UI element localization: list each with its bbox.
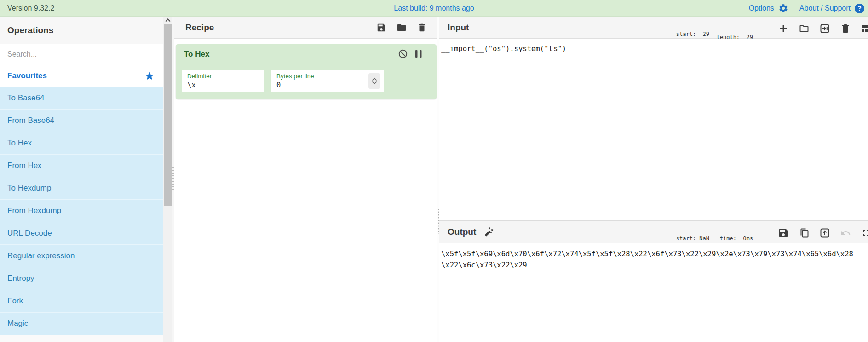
- recipe-title: Recipe: [185, 17, 214, 39]
- scrollbar-up-arrow-icon[interactable]: [163, 17, 172, 24]
- favourites-row[interactable]: Favourites: [0, 64, 163, 87]
- operation-item-label: Fork: [7, 296, 23, 306]
- clear-input-trash-icon[interactable]: [840, 23, 851, 34]
- input-header-icons: [778, 23, 868, 34]
- operation-item-label: From Hex: [7, 161, 42, 170]
- operation-item-entropy[interactable]: Entropy: [0, 267, 163, 290]
- operation-item-label: URL Decode: [7, 229, 52, 238]
- stat-time: time: 0ms: [713, 236, 753, 242]
- help-icon[interactable]: ?: [855, 4, 864, 13]
- operation-item-label: Regular expression: [7, 251, 75, 261]
- bytes-per-line-label: Bytes per line: [276, 73, 314, 80]
- operations-sidebar: Operations Favourites To Base64 From Bas…: [0, 17, 163, 342]
- bytes-per-line-field[interactable]: Bytes per line 0: [271, 70, 384, 92]
- delimiter-field[interactable]: Delimiter \x: [182, 70, 264, 92]
- output-textarea: \x5f\x5f\x69\x6d\x70\x6f\x72\x74\x5f\x5f…: [439, 243, 868, 342]
- input-text-after-cursor: s"): [553, 45, 566, 53]
- undo-icon: [840, 227, 851, 238]
- maximize-output-icon[interactable]: [861, 227, 868, 238]
- open-input-icon[interactable]: [819, 23, 830, 34]
- gear-icon[interactable]: [778, 3, 788, 13]
- favourites-label: Favourites: [7, 71, 144, 81]
- bytes-per-line-value[interactable]: 0: [276, 81, 281, 89]
- clear-recipe-trash-icon[interactable]: [417, 23, 427, 33]
- operation-name: To Hex: [184, 50, 209, 59]
- operation-item-to-base64[interactable]: To Base64: [0, 87, 163, 110]
- load-recipe-folder-icon[interactable]: [397, 23, 407, 33]
- operation-item-magic[interactable]: Magic: [0, 313, 163, 335]
- input-text-before-cursor: __import__("os").system("l: [441, 45, 553, 53]
- search-input[interactable]: [0, 44, 163, 64]
- output-title-wrap: Output: [448, 221, 494, 243]
- output-title: Output: [448, 227, 476, 237]
- breakpoint-pause-icon[interactable]: [414, 49, 425, 59]
- save-recipe-icon[interactable]: [376, 23, 386, 33]
- operation-item-regular-expression[interactable]: Regular expression: [0, 245, 163, 267]
- about-support-link[interactable]: About / Support: [799, 4, 851, 12]
- stat-start: start: 29: [673, 31, 709, 38]
- recipe-panel: Recipe To Hex Delimiter \x: [174, 17, 437, 342]
- stat-start: start: NaN: [673, 236, 709, 242]
- operation-item-label: Entropy: [7, 274, 34, 283]
- magic-wand-icon[interactable]: [483, 226, 494, 238]
- tab-layout-icon[interactable]: [861, 23, 868, 34]
- operation-item-label: Magic: [7, 319, 28, 328]
- input-title: Input: [448, 17, 469, 39]
- add-input-tab-icon[interactable]: [778, 23, 789, 34]
- star-icon[interactable]: [144, 71, 155, 81]
- recipe-header: Recipe: [174, 17, 437, 39]
- last-build-label: Last build: 9 months ago: [0, 0, 868, 17]
- disable-operation-icon[interactable]: [398, 49, 408, 59]
- delimiter-value[interactable]: \x: [187, 81, 196, 89]
- operations-header: Operations: [0, 17, 163, 44]
- input-textarea[interactable]: __import__("os").system("ls"): [439, 39, 868, 220]
- operation-item-label: From Base64: [7, 116, 54, 125]
- operation-item-from-hex[interactable]: From Hex: [0, 155, 163, 177]
- operation-item-from-hexdump[interactable]: From Hexdump: [0, 200, 163, 222]
- sidebar-scrollbar[interactable]: [163, 17, 172, 342]
- operations-list: To Base64 From Base64 To Hex From Hex To…: [0, 87, 163, 335]
- open-file-folder-icon[interactable]: [799, 23, 810, 34]
- operation-item-to-hexdump[interactable]: To Hexdump: [0, 177, 163, 200]
- operation-item-label: To Hex: [7, 139, 32, 148]
- output-header-icons: [778, 227, 868, 238]
- operation-item-fork[interactable]: Fork: [0, 290, 163, 313]
- operation-item-label: From Hexdump: [7, 206, 61, 215]
- topbar-right-links: Options About / Support ?: [749, 0, 864, 17]
- number-stepper[interactable]: [368, 73, 380, 89]
- recipe-operation-to-hex[interactable]: To Hex Delimiter \x Bytes per line 0: [176, 44, 437, 99]
- operations-title: Operations: [7, 17, 53, 44]
- replace-input-icon[interactable]: [819, 227, 830, 238]
- operation-item-from-base64[interactable]: From Base64: [0, 110, 163, 132]
- operation-item-to-hex[interactable]: To Hex: [0, 132, 163, 155]
- operation-item-label: To Base64: [7, 93, 44, 103]
- options-link[interactable]: Options: [749, 4, 774, 12]
- copy-output-icon[interactable]: [799, 227, 810, 238]
- top-banner: Version 9.32.2 Last build: 9 months ago …: [0, 0, 868, 17]
- search-row: [0, 44, 163, 64]
- save-output-icon[interactable]: [778, 227, 789, 238]
- operation-item-label: To Hexdump: [7, 184, 51, 193]
- delimiter-label: Delimiter: [187, 73, 212, 80]
- scrollbar-thumb[interactable]: [164, 24, 172, 206]
- operation-item-url-decode[interactable]: URL Decode: [0, 222, 163, 245]
- recipe-header-icons: [376, 17, 427, 39]
- operation-controls: [398, 49, 425, 59]
